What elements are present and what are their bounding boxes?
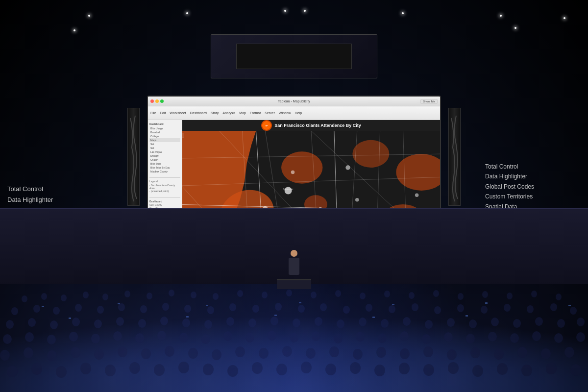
svg-point-40 <box>415 194 419 197</box>
svg-point-176 <box>376 347 386 358</box>
svg-point-143 <box>223 331 232 341</box>
svg-point-161 <box>24 347 33 358</box>
svg-point-165 <box>118 346 127 357</box>
svg-point-94 <box>320 303 327 311</box>
menu-analysis[interactable]: Analysis <box>222 111 235 115</box>
close-button-mac[interactable] <box>150 99 154 103</box>
svg-text:Sacramento: Sacramento <box>283 188 293 190</box>
svg-point-153 <box>444 332 453 342</box>
show-me-button[interactable]: Show Me <box>420 99 438 104</box>
svg-point-154 <box>466 334 475 343</box>
map-header: SF San Francisco Giants Attendence By Ci… <box>182 120 440 131</box>
svg-point-174 <box>329 346 339 357</box>
ceiling-light <box>284 10 286 12</box>
svg-point-155 <box>488 332 497 342</box>
ceiling-light <box>564 17 565 19</box>
svg-point-162 <box>47 350 57 361</box>
svg-point-126 <box>447 318 455 327</box>
svg-point-88 <box>184 305 191 313</box>
svg-point-120 <box>315 317 322 326</box>
svg-point-124 <box>403 317 411 326</box>
overhead-screen <box>211 34 377 78</box>
svg-point-106 <box>6 320 14 329</box>
svg-point-166 <box>141 348 151 359</box>
svg-point-96 <box>366 304 372 312</box>
svg-point-159 <box>576 332 585 342</box>
svg-point-79 <box>556 294 562 300</box>
svg-point-75 <box>458 293 464 300</box>
svg-point-61 <box>124 291 130 297</box>
svg-point-99 <box>434 306 441 314</box>
svg-rect-55 <box>0 284 588 392</box>
map-title: San Francisco Giants Attendence By City <box>274 123 361 128</box>
svg-point-208 <box>570 364 581 376</box>
giants-logo: SF <box>261 120 272 131</box>
svg-point-102 <box>504 304 511 312</box>
ceiling-light <box>500 15 502 17</box>
svg-point-193 <box>203 364 214 375</box>
svg-point-138 <box>113 331 122 341</box>
svg-point-187 <box>56 366 67 378</box>
svg-point-195 <box>252 362 263 374</box>
svg-point-141 <box>179 333 188 343</box>
audience-area <box>0 284 588 392</box>
svg-point-130 <box>535 317 543 326</box>
maximize-button-mac[interactable] <box>160 99 164 103</box>
svg-rect-214 <box>485 302 488 304</box>
svg-point-100 <box>457 304 464 312</box>
sidebar-item-madbox[interactable]: Madbox County <box>149 170 180 173</box>
sidebar-item-baseball[interactable]: Baseball <box>149 130 180 134</box>
menu-worksheet[interactable]: Worksheet <box>170 111 186 115</box>
svg-point-43 <box>291 171 295 174</box>
svg-point-37 <box>355 198 359 202</box>
svg-point-44 <box>345 165 350 170</box>
svg-point-135 <box>47 335 56 344</box>
sidebar-item-bike-trips[interactable]: Bike Trips By Day <box>149 166 180 170</box>
sidebar-item-set1[interactable]: Set <box>149 142 180 146</box>
svg-point-129 <box>513 319 521 328</box>
svg-point-204 <box>472 365 483 377</box>
svg-point-173 <box>306 348 316 359</box>
svg-point-89 <box>207 306 214 314</box>
menu-format[interactable]: Format <box>250 111 261 115</box>
sidebar-item-college[interactable]: College <box>149 134 180 138</box>
menu-server[interactable]: Server <box>265 111 275 115</box>
svg-point-95 <box>343 306 350 314</box>
svg-point-201 <box>399 363 410 374</box>
svg-point-178 <box>423 346 433 357</box>
svg-point-112 <box>138 319 146 328</box>
sidebar-item-maps[interactable]: Maps <box>149 138 180 142</box>
svg-point-71 <box>360 293 366 299</box>
svg-point-182 <box>517 347 527 358</box>
menu-map[interactable]: Map <box>239 111 246 115</box>
svg-point-67 <box>262 292 268 298</box>
menu-story[interactable]: Story <box>211 111 219 115</box>
menu-window[interactable]: Window <box>279 111 291 115</box>
svg-point-175 <box>353 349 363 360</box>
svg-point-73 <box>409 292 415 299</box>
svg-point-186 <box>31 363 42 375</box>
svg-point-184 <box>564 347 574 358</box>
sidebar-item-bike-zulu[interactable]: Bike Zulu <box>149 162 180 166</box>
menu-edit[interactable]: Edit <box>160 111 166 115</box>
menu-file[interactable]: File <box>150 111 156 115</box>
menu-dashboard[interactable]: Dashboard <box>190 111 207 115</box>
sidebar-item-drought[interactable]: Drought <box>149 154 180 158</box>
menu-help[interactable]: Help <box>295 111 302 115</box>
svg-point-123 <box>381 319 389 328</box>
sidebar-item-las-vegas[interactable]: Las Vegas <box>149 150 180 154</box>
minimize-button-mac[interactable] <box>155 99 159 103</box>
svg-point-114 <box>182 318 190 327</box>
sidebar-dashboard-section: Dashboard Bike Usage Baseball College Ma… <box>149 122 180 173</box>
svg-point-206 <box>521 365 532 376</box>
sidebar-item-bike-usage[interactable]: Bike Usage <box>149 126 180 130</box>
svg-rect-215 <box>568 305 571 306</box>
sidebar-item-set2[interactable]: Set <box>149 146 180 150</box>
sidebar-item-chapin[interactable]: Chapin <box>149 158 180 162</box>
svg-point-91 <box>252 305 259 313</box>
tableau-menu-bar: File Edit Worksheet Dashboard Story Anal… <box>148 106 440 120</box>
svg-point-93 <box>298 305 305 313</box>
svg-point-137 <box>91 334 100 343</box>
svg-point-167 <box>165 346 174 357</box>
ceiling-light <box>402 12 404 14</box>
